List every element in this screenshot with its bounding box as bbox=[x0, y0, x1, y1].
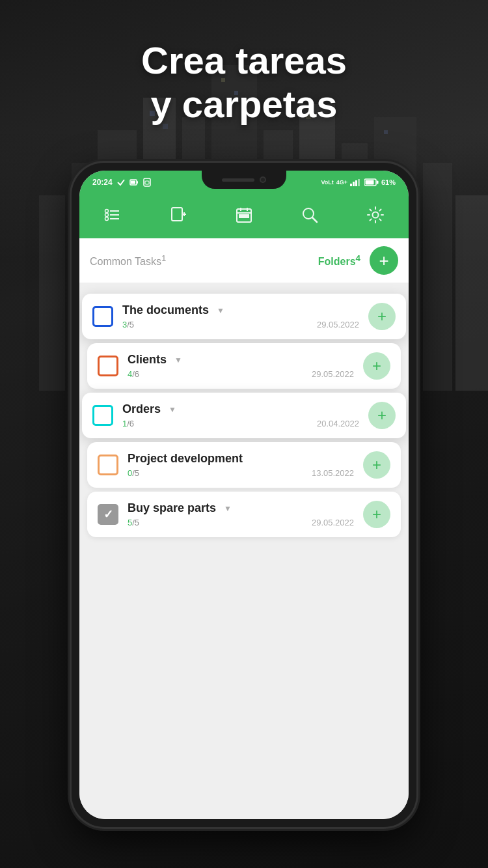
folder-checkbox-spare-parts[interactable] bbox=[98, 504, 118, 525]
folder-meta-clients: 4/6 29.05.2022 bbox=[128, 369, 354, 379]
svg-point-32 bbox=[105, 217, 108, 221]
svg-rect-20 bbox=[137, 181, 138, 184]
tasks-list-icon[interactable] bbox=[98, 201, 127, 229]
svg-rect-43 bbox=[239, 215, 242, 217]
folder-add-button-project[interactable]: + bbox=[363, 451, 390, 479]
folder-checkbox-clients[interactable] bbox=[98, 356, 118, 376]
folder-name-project: Project development bbox=[128, 452, 243, 466]
svg-rect-26 bbox=[358, 179, 360, 186]
folder-date-documents: 29.05.2022 bbox=[317, 320, 359, 329]
common-tasks-label: Common Tasks bbox=[90, 256, 161, 267]
svg-point-30 bbox=[105, 210, 108, 213]
folder-count-clients: 4/6 bbox=[128, 369, 139, 379]
folder-meta-project: 0/5 13.05.2022 bbox=[128, 468, 354, 478]
svg-rect-44 bbox=[243, 215, 245, 217]
settings-icon[interactable] bbox=[361, 201, 390, 229]
status-time: 20:24 bbox=[92, 178, 113, 187]
svg-rect-11 bbox=[455, 195, 488, 391]
svg-rect-28 bbox=[365, 180, 373, 185]
svg-rect-36 bbox=[172, 208, 182, 221]
folder-meta-spare-parts: 5/5 29.05.2022 bbox=[128, 518, 354, 527]
folder-name-orders: Orders bbox=[122, 402, 161, 416]
folder-name-clients: Clients bbox=[128, 353, 167, 367]
folder-count-project: 0/5 bbox=[128, 468, 139, 478]
add-tab-button[interactable]: + bbox=[370, 246, 398, 275]
folder-item-spare-parts[interactable]: Buy spare parts ▼ 5/5 29.05.2022 + bbox=[87, 492, 401, 537]
volte-label: VoLt bbox=[321, 179, 333, 186]
folder-date-clients: 29.05.2022 bbox=[312, 369, 354, 379]
svg-point-31 bbox=[105, 214, 108, 217]
folder-list: The documents ▼ 3/5 29.05.2022 + bbox=[79, 283, 409, 819]
folder-info-project: Project development 0/5 13.05.2022 bbox=[128, 452, 354, 478]
folder-meta-documents: 3/5 29.05.2022 bbox=[122, 320, 359, 329]
folder-info-spare-parts: Buy spare parts ▼ 5/5 29.05.2022 bbox=[128, 501, 354, 527]
svg-rect-22 bbox=[145, 181, 149, 184]
folder-count-spare-parts: 5/5 bbox=[128, 518, 139, 527]
svg-line-47 bbox=[312, 217, 317, 222]
folder-date-project: 13.05.2022 bbox=[312, 468, 354, 478]
folders-label: Folders bbox=[318, 256, 356, 267]
battery-percent: 61% bbox=[381, 178, 396, 186]
calendar-icon[interactable] bbox=[230, 201, 258, 229]
battery-icon bbox=[364, 178, 379, 186]
notch bbox=[202, 171, 286, 189]
folder-item-documents[interactable]: The documents ▼ 3/5 29.05.2022 + bbox=[82, 294, 406, 339]
chevron-down-icon-documents: ▼ bbox=[217, 306, 224, 315]
folder-add-button-clients[interactable]: + bbox=[363, 352, 390, 380]
folder-add-button-orders[interactable]: + bbox=[368, 402, 396, 429]
headline: Crea tareas y carpetas bbox=[0, 39, 488, 126]
network-label: 4G+ bbox=[336, 179, 347, 186]
folder-add-button-documents[interactable]: + bbox=[368, 303, 396, 330]
folder-add-button-spare-parts[interactable]: + bbox=[363, 501, 390, 528]
chevron-down-icon-orders: ▼ bbox=[169, 405, 176, 414]
folder-name-spare-parts: Buy spare parts bbox=[128, 501, 216, 515]
folder-info-orders: Orders ▼ 1/6 20.04.2022 bbox=[122, 402, 359, 428]
folder-item-clients[interactable]: Clients ▼ 4/6 29.05.2022 + bbox=[87, 343, 401, 389]
signal-icon bbox=[350, 178, 362, 186]
app-toolbar bbox=[79, 194, 409, 238]
folder-date-orders: 20.04.2022 bbox=[317, 419, 359, 428]
svg-rect-17 bbox=[384, 130, 388, 134]
headline-line1: Crea tareas bbox=[0, 39, 488, 83]
chevron-down-icon-spare-parts: ▼ bbox=[224, 504, 232, 513]
svg-rect-45 bbox=[246, 215, 249, 217]
add-note-icon[interactable] bbox=[164, 201, 193, 229]
chevron-down-icon-clients: ▼ bbox=[174, 356, 182, 365]
screen-content: 20:24 VoLt 4G+ bbox=[79, 171, 409, 819]
svg-rect-24 bbox=[353, 182, 355, 186]
svg-rect-25 bbox=[355, 180, 357, 186]
tab-folders[interactable]: Folders4 bbox=[318, 253, 360, 268]
folder-checkbox-orders[interactable] bbox=[92, 405, 113, 426]
svg-rect-19 bbox=[131, 181, 135, 184]
phone-frame: 20:24 VoLt 4G+ bbox=[72, 163, 416, 827]
phone-screen: 20:24 VoLt 4G+ bbox=[79, 171, 409, 819]
svg-rect-10 bbox=[423, 163, 452, 391]
tab-common-tasks[interactable]: Common Tasks1 bbox=[90, 253, 318, 268]
folder-checkbox-project[interactable] bbox=[98, 455, 118, 475]
battery-small-icon bbox=[129, 178, 139, 187]
svg-rect-29 bbox=[377, 181, 379, 184]
svg-point-48 bbox=[373, 212, 379, 218]
folder-item-project[interactable]: Project development 0/5 13.05.2022 + bbox=[87, 442, 401, 488]
svg-rect-23 bbox=[350, 184, 352, 186]
folder-count-orders: 1/6 bbox=[122, 419, 134, 428]
front-camera bbox=[260, 176, 266, 183]
folder-info-documents: The documents ▼ 3/5 29.05.2022 bbox=[122, 303, 359, 329]
folder-item-orders[interactable]: Orders ▼ 1/6 20.04.2022 + bbox=[82, 393, 406, 438]
common-tasks-count: 1 bbox=[161, 253, 166, 263]
folder-checkbox-documents[interactable] bbox=[92, 306, 113, 327]
check-icon bbox=[116, 178, 126, 187]
status-left: 20:24 bbox=[92, 178, 152, 187]
svg-rect-0 bbox=[39, 195, 65, 391]
headline-line2: y carpetas bbox=[0, 83, 488, 126]
folder-meta-orders: 1/6 20.04.2022 bbox=[122, 419, 359, 428]
search-icon[interactable] bbox=[295, 201, 324, 229]
sim-icon bbox=[142, 178, 152, 187]
folder-date-spare-parts: 29.05.2022 bbox=[312, 518, 354, 527]
folder-name-documents: The documents bbox=[122, 303, 209, 317]
folder-count-documents: 3/5 bbox=[122, 320, 134, 329]
tab-area: Common Tasks1 Folders4 + bbox=[79, 238, 409, 283]
speaker bbox=[222, 178, 254, 182]
folders-count: 4 bbox=[356, 253, 360, 263]
status-right: VoLt 4G+ 61% bbox=[321, 178, 396, 186]
